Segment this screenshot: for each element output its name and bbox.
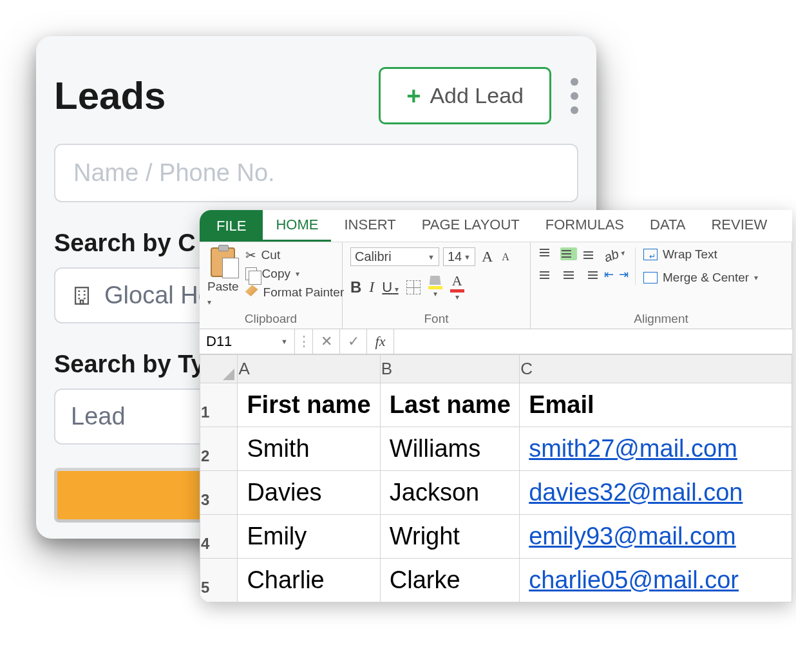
cell[interactable]: Emily	[238, 515, 380, 559]
row-header[interactable]: 5	[200, 559, 238, 602]
tab-data[interactable]: DATA	[637, 210, 698, 242]
format-painter-button[interactable]: Format Painter	[245, 285, 345, 300]
font-color-icon: A	[452, 273, 462, 289]
font-color-swatch	[450, 289, 464, 293]
format-painter-label: Format Painter	[263, 285, 345, 300]
increase-indent-button[interactable]: ⇥	[619, 269, 629, 282]
ribbon: Paste Cut Copy Format Painter	[200, 242, 792, 329]
svg-rect-0	[75, 287, 88, 304]
chevron-down-icon: ▼	[428, 253, 435, 261]
font-size-select[interactable]: 14 ▼	[443, 247, 475, 266]
spreadsheet-grid[interactable]: A B C 1 First name Last name Email 2 Smi…	[200, 354, 792, 602]
ribbon-group-clipboard: Paste Cut Copy Format Painter	[200, 242, 343, 329]
company-value: Glocal Ho	[104, 282, 212, 309]
cell[interactable]: First name	[238, 383, 380, 427]
add-lead-button[interactable]: + Add Lead	[379, 67, 551, 124]
cell[interactable]: Wright	[380, 515, 519, 559]
formula-bar: D11 ▼ ⋮ ✕ ✓ fx	[200, 329, 792, 354]
svg-rect-7	[81, 300, 83, 304]
tab-view[interactable]: VIEW	[780, 210, 792, 242]
ribbon-group-alignment: ab ⇤ ⇥ Wrap Text	[531, 242, 792, 329]
formula-input[interactable]	[394, 329, 792, 354]
select-all-corner[interactable]	[200, 355, 238, 383]
align-center-button[interactable]	[560, 269, 577, 282]
page-title: Leads	[54, 73, 166, 118]
fill-color-swatch	[428, 286, 442, 289]
decrease-indent-button[interactable]: ⇤	[604, 269, 614, 282]
tab-review[interactable]: REVIEW	[698, 210, 780, 242]
row-header[interactable]: 2	[200, 427, 238, 471]
chevron-down-icon: ▼	[464, 253, 471, 261]
cell[interactable]: Davies	[238, 471, 380, 515]
cell-email[interactable]: emily93@mail.com	[520, 515, 792, 559]
row-header[interactable]: 4	[200, 515, 238, 559]
font-color-button[interactable]: A	[450, 273, 464, 302]
orientation-button[interactable]: ab	[602, 244, 627, 265]
copy-button[interactable]: Copy	[245, 267, 345, 281]
column-header-a[interactable]: A	[238, 355, 380, 383]
excel-window: FILE HOME INSERT PAGE LAYOUT FORMULAS DA…	[200, 210, 792, 602]
ribbon-group-font: Calibri ▼ 14 ▼ A A B I U	[343, 242, 531, 329]
align-left-button[interactable]	[538, 269, 555, 282]
tab-home[interactable]: HOME	[263, 210, 331, 242]
merge-icon	[643, 272, 658, 283]
cut-button[interactable]: Cut	[245, 247, 345, 263]
alignment-group-label: Alignment	[538, 308, 784, 326]
cell[interactable]: Smith	[238, 427, 380, 471]
cell[interactable]: Last name	[380, 383, 519, 427]
align-right-button[interactable]	[582, 269, 599, 282]
font-name-select[interactable]: Calibri ▼	[350, 247, 439, 266]
search-input[interactable]	[54, 144, 578, 202]
cell-email[interactable]: smith27@mail.com	[520, 427, 792, 471]
copy-icon	[245, 267, 257, 280]
row-header[interactable]: 1	[200, 383, 238, 427]
leads-header: Leads + Add Lead	[54, 54, 578, 144]
align-bottom-button[interactable]	[582, 247, 599, 260]
align-middle-button[interactable]	[560, 247, 577, 260]
bold-button[interactable]: B	[350, 278, 361, 296]
type-value: Lead	[71, 403, 126, 430]
increase-font-button[interactable]: A	[479, 248, 495, 265]
font-size-value: 14	[448, 249, 462, 264]
cell[interactable]: Email	[520, 383, 792, 427]
cell-email[interactable]: davies32@mail.con	[520, 471, 792, 515]
plus-icon: +	[406, 84, 421, 108]
format-painter-icon	[245, 285, 258, 300]
paste-button[interactable]: Paste	[207, 247, 239, 308]
cell[interactable]: Clarke	[380, 559, 519, 602]
column-header-b[interactable]: B	[380, 355, 519, 383]
merge-center-button[interactable]: Merge & Center	[643, 271, 758, 285]
italic-button[interactable]: I	[369, 278, 374, 296]
tab-formulas[interactable]: FORMULAS	[533, 210, 637, 242]
column-header-c[interactable]: C	[520, 355, 792, 383]
add-lead-label: Add Lead	[430, 83, 524, 108]
fill-color-button[interactable]	[428, 276, 442, 298]
more-menu-icon[interactable]	[571, 78, 578, 114]
cut-label: Cut	[261, 248, 281, 262]
bucket-icon	[430, 276, 441, 285]
cell[interactable]: Jackson	[380, 471, 519, 515]
name-box-value: D11	[206, 333, 232, 350]
font-name-value: Calibri	[355, 249, 392, 264]
accept-formula-button[interactable]: ✓	[340, 329, 367, 354]
tab-page-layout[interactable]: PAGE LAYOUT	[409, 210, 533, 242]
underline-button[interactable]: U	[382, 279, 398, 296]
header-actions: + Add Lead	[379, 67, 578, 124]
tab-file[interactable]: FILE	[200, 210, 263, 242]
tab-insert[interactable]: INSERT	[331, 210, 408, 242]
clipboard-group-label: Clipboard	[207, 308, 334, 326]
cancel-formula-button[interactable]: ✕	[313, 329, 340, 354]
copy-label: Copy	[262, 267, 290, 281]
insert-function-button[interactable]: fx	[367, 329, 394, 354]
cell[interactable]: Charlie	[238, 559, 380, 602]
borders-button[interactable]	[406, 280, 421, 294]
row-header[interactable]: 3	[200, 471, 238, 515]
cell[interactable]: Williams	[380, 427, 519, 471]
name-box[interactable]: D11 ▼	[200, 329, 295, 354]
scissors-icon	[245, 247, 256, 263]
cell-email[interactable]: charlie05@mail.cor	[520, 559, 792, 602]
wrap-text-icon	[643, 249, 658, 260]
align-top-button[interactable]	[538, 247, 555, 260]
wrap-text-button[interactable]: Wrap Text	[643, 247, 758, 262]
decrease-font-button[interactable]: A	[499, 251, 512, 263]
